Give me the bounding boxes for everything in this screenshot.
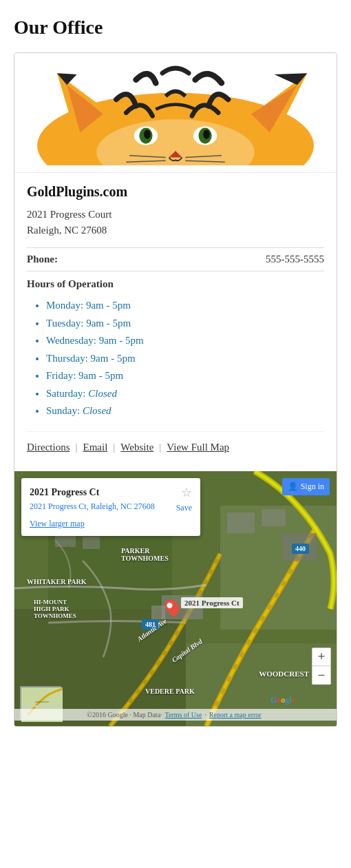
label-vedere: VEDERE PARK bbox=[145, 688, 195, 695]
hours-tuesday: Tuesday: 9am - 5pm bbox=[46, 315, 324, 333]
logo-area bbox=[14, 53, 337, 173]
svg-point-13 bbox=[203, 130, 210, 138]
popup-address[interactable]: 2021 Progress Ct, Raleigh, NC 27608 bbox=[30, 502, 155, 512]
phone-row: Phone: 555-555-5555 bbox=[27, 247, 324, 271]
phone-number: 555-555-5555 bbox=[266, 254, 324, 265]
sign-in-label: Sign in bbox=[301, 482, 324, 492]
map-popup: 2021 Progress Ct ☆ 2021 Progress Ct, Ral… bbox=[21, 478, 200, 536]
hours-list: Monday: 9am - 5pm Tuesday: 9am - 5pm Wed… bbox=[27, 297, 324, 420]
hours-monday: Monday: 9am - 5pm bbox=[46, 297, 324, 315]
view-larger-map-link[interactable]: View larger map bbox=[30, 519, 192, 529]
email-link[interactable]: Email bbox=[83, 442, 108, 453]
svg-rect-28 bbox=[262, 509, 286, 526]
directions-link[interactable]: Directions bbox=[27, 442, 70, 453]
address: 2021 Progress Court Raleigh, NC 27608 bbox=[27, 207, 324, 238]
label-whitaker: WHITAKER PARK bbox=[27, 578, 87, 586]
divider-3: | bbox=[159, 442, 161, 453]
popup-title: 2021 Progress Ct bbox=[30, 487, 99, 498]
report-error-link[interactable]: Report a map error bbox=[209, 711, 262, 719]
google-logo: G o o g l e bbox=[270, 695, 295, 705]
sign-in-button[interactable]: 👤 Sign in bbox=[282, 478, 330, 495]
page-container: Our Office bbox=[0, 0, 351, 741]
zoom-in-button[interactable]: + bbox=[312, 648, 330, 666]
hours-title: Hours of Operation bbox=[27, 278, 324, 290]
phone-label: Phone: bbox=[27, 254, 58, 265]
business-name: GoldPlugins.com bbox=[27, 184, 324, 200]
map-label-440: 440 bbox=[292, 544, 309, 554]
popup-title-row: 2021 Progress Ct ☆ bbox=[30, 485, 192, 500]
office-card: GoldPlugins.com 2021 Progress Court Rale… bbox=[14, 52, 337, 727]
address-line2: Raleigh, NC 27608 bbox=[27, 225, 107, 236]
map-container[interactable]: 2021 Progress Ct ☆ 2021 Progress Ct, Ral… bbox=[14, 471, 337, 726]
pin-label: 2021 Progress Ct bbox=[181, 597, 243, 608]
page-title: Our Office bbox=[14, 17, 337, 39]
divider-2: | bbox=[113, 442, 115, 453]
website-link[interactable]: Website bbox=[120, 442, 153, 453]
tiger-logo bbox=[24, 60, 327, 165]
map-pin: 2021 Progress Ct bbox=[166, 599, 178, 615]
map-footer: ©2016 Google · Map Data · Terms of Use ·… bbox=[14, 709, 337, 721]
view-full-map-link[interactable]: View Full Map bbox=[167, 442, 229, 453]
svg-point-12 bbox=[144, 130, 151, 138]
person-icon: 👤 bbox=[288, 482, 298, 492]
hours-friday: Friday: 9am - 5pm bbox=[46, 367, 324, 385]
hours-saturday: Saturday: Closed bbox=[46, 385, 324, 403]
svg-rect-26 bbox=[83, 537, 100, 549]
hours-wednesday: Wednesday: 9am - 5pm bbox=[46, 332, 324, 350]
svg-rect-33 bbox=[35, 701, 49, 703]
label-parker: PARKERTOWNHOMES bbox=[121, 547, 169, 562]
terms-of-use-link[interactable]: Terms of Use bbox=[165, 711, 202, 719]
hours-sunday: Sunday: Closed bbox=[46, 402, 324, 420]
office-info: GoldPlugins.com 2021 Progress Court Rale… bbox=[14, 173, 337, 471]
google-g: G bbox=[270, 695, 277, 705]
map-copyright: ©2016 Google · Map Data bbox=[87, 711, 160, 719]
label-woodcrest: WOODCREST bbox=[259, 670, 309, 678]
svg-rect-27 bbox=[227, 513, 255, 533]
address-line1: 2021 Progress Court bbox=[27, 209, 111, 220]
zoom-controls: + − bbox=[312, 648, 331, 685]
zoom-out-button[interactable]: − bbox=[312, 666, 330, 684]
star-icon[interactable]: ☆ bbox=[181, 485, 192, 500]
popup-save[interactable]: Save bbox=[176, 503, 192, 513]
hours-thursday: Thursday: 9am - 5pm bbox=[46, 350, 324, 368]
google-e: e bbox=[292, 695, 295, 705]
divider-1: | bbox=[75, 442, 77, 453]
links-row: Directions | Email | Website | View Full… bbox=[27, 431, 324, 460]
label-himont: HI-MOUNTHIGH PARKTOWNHOMES bbox=[34, 599, 76, 619]
